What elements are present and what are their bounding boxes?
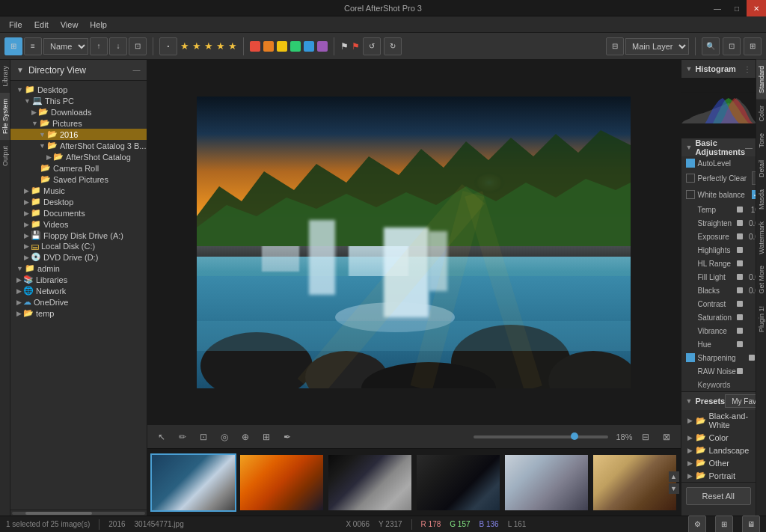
redeye-tool-btn[interactable]: ⊕ — [237, 429, 254, 445]
brush-tool-btn[interactable]: ✒ — [279, 429, 295, 445]
sb-computer-btn[interactable]: 🖥 — [742, 516, 760, 533]
flag-icon[interactable]: ⚑ — [340, 41, 349, 52]
star3[interactable]: ★ — [204, 40, 213, 52]
preset-item-portrait[interactable]: ▶ 📂 Portrait — [681, 469, 756, 482]
list-view-btn[interactable]: ≡ — [24, 37, 42, 55]
filesystem-tab[interactable]: File System — [0, 93, 10, 140]
sort-desc-btn[interactable]: ↓ — [109, 37, 127, 55]
grid-view-btn[interactable]: ⊞ — [4, 37, 22, 55]
tree-item-libraries[interactable]: ▶ 📚 Libraries — [10, 274, 147, 285]
tree-item-aftershot3[interactable]: ▼ 📂 AfterShot Catalog 3 B... — [10, 140, 147, 151]
layers-btn[interactable]: ⊟ — [606, 37, 624, 55]
histogram-header[interactable]: ▼ Histogram ⋮ — [681, 60, 756, 78]
rotate-left-btn[interactable]: ↺ — [363, 37, 381, 55]
filmstrip-item-1[interactable] — [150, 453, 236, 512]
menu-help[interactable]: Help — [84, 19, 113, 31]
adj-menu-icon[interactable]: — — [745, 144, 753, 152]
tree-item-aftershot[interactable]: ▶ 📂 AfterShot Catalog — [10, 151, 147, 162]
output-tab[interactable]: Output — [0, 140, 10, 172]
masda-tab[interactable]: Masda — [756, 183, 766, 215]
tone-tab[interactable]: Tone — [756, 127, 766, 154]
filmstrip-item-6[interactable] — [592, 453, 678, 512]
zoom-fill-btn[interactable]: ⊠ — [658, 429, 675, 445]
autolevel-checkbox[interactable] — [686, 159, 695, 168]
tree-item-network[interactable]: ▶ 🌐 Network — [10, 285, 147, 296]
menu-file[interactable]: File — [3, 19, 28, 31]
preset-item-bw[interactable]: ▶ 📂 Black-and-White — [681, 410, 756, 431]
crop-tool-btn[interactable]: ✏ — [174, 429, 191, 445]
pc-checkbox[interactable] — [686, 174, 695, 183]
preview-area[interactable] — [147, 60, 681, 424]
tree-item-thispc[interactable]: ▼ 💻 This PC — [10, 95, 147, 106]
color-green[interactable] — [290, 41, 301, 52]
tree-item-downloads[interactable]: ▶ 📂 Downloads — [10, 106, 147, 117]
histogram-menu-icon[interactable]: ⋮ — [744, 65, 751, 73]
menu-view[interactable]: View — [55, 19, 85, 31]
thumb-size-small[interactable]: ⊡ — [723, 37, 741, 55]
filmstrip-item-5[interactable] — [503, 453, 589, 512]
star2[interactable]: ★ — [192, 40, 201, 52]
tree-item-documents[interactable]: ▶ 📁 Documents — [10, 207, 147, 218]
star4[interactable]: ★ — [216, 40, 225, 52]
star1[interactable]: ★ — [180, 40, 189, 52]
tree-item-desktop[interactable]: ▼ 📁 Desktop — [10, 84, 147, 95]
color-orange[interactable] — [263, 41, 274, 52]
tree-item-desktop2[interactable]: ▶ 📁 Desktop — [10, 196, 147, 207]
spot-tool-btn[interactable]: ◎ — [216, 429, 233, 445]
sort-select[interactable]: Name — [43, 38, 88, 55]
preset-item-landscape[interactable]: ▶ 📂 Landscape — [681, 444, 756, 456]
color-purple[interactable] — [317, 41, 328, 52]
color-yellow[interactable] — [277, 41, 287, 52]
layer-select[interactable]: Main Layer — [625, 38, 689, 55]
filmstrip-up-btn[interactable]: ▲ — [669, 471, 679, 482]
color-blue[interactable] — [304, 41, 314, 52]
adjustments-header[interactable]: ▼ Basic Adjustments — — [681, 138, 756, 156]
maximize-button[interactable]: □ — [727, 0, 747, 16]
tree-item-cameraroll[interactable]: 📂 Camera Roll — [10, 162, 147, 174]
tree-item-2016[interactable]: ▼ 📂 2016 — [10, 129, 147, 140]
color-tab[interactable]: Color — [756, 100, 766, 128]
tree-item-floppy[interactable]: ▶ 💾 Floppy Disk Drive (A:) — [10, 230, 147, 241]
watermark-tab[interactable]: Watermark — [756, 215, 766, 260]
export-btn[interactable]: ⊡ — [129, 37, 147, 55]
rotate-right-btn[interactable]: ↻ — [384, 37, 402, 55]
wb-checkbox[interactable] — [686, 190, 695, 199]
thumb-size-large[interactable]: ⊞ — [744, 37, 762, 55]
zoom-fit-btn[interactable]: ⊟ — [637, 429, 654, 445]
sb-settings-btn[interactable]: ⚙ — [688, 516, 706, 533]
plugin1-tab[interactable]: Plugin 1! — [756, 300, 766, 338]
close-button[interactable]: ✕ — [747, 0, 766, 16]
tree-item-onedrive[interactable]: ▶ ☁ OneDrive — [10, 296, 147, 308]
tree-item-dvd[interactable]: ▶ 💿 DVD Drive (D:) — [10, 251, 147, 263]
detail-tab[interactable]: Detail — [756, 154, 766, 183]
dir-pin-icon[interactable]: — — [133, 66, 141, 74]
standard-tab[interactable]: Standard — [756, 60, 766, 100]
preset-item-other[interactable]: ▶ 📂 Other — [681, 456, 756, 469]
zoom-slider[interactable] — [474, 435, 608, 438]
color-red[interactable] — [250, 41, 260, 52]
presets-filter-select[interactable]: My Favorites — [725, 394, 756, 408]
sb-view-btn[interactable]: ⊞ — [715, 516, 733, 533]
filmstrip-down-btn[interactable]: ▼ — [669, 483, 679, 494]
tree-item-videos[interactable]: ▶ 📁 Videos — [10, 218, 147, 230]
filmstrip-item-3[interactable] — [327, 453, 413, 512]
preset-item-color[interactable]: ▶ 📂 Color — [681, 431, 756, 444]
search-btn[interactable]: 🔍 — [702, 37, 720, 55]
flag-reject-icon[interactable]: ⚑ — [352, 41, 360, 52]
tree-item-localc[interactable]: ▶ 🖴 Local Disk (C:) — [10, 241, 147, 251]
library-tab[interactable]: Library — [0, 60, 10, 93]
minimize-button[interactable]: — — [708, 0, 727, 16]
filmstrip-item-2[interactable] — [239, 453, 325, 512]
getmore-tab[interactable]: Get More — [756, 260, 766, 300]
dir-hscrollbar[interactable] — [10, 510, 147, 516]
filmstrip-item-4[interactable] — [415, 453, 501, 512]
dir-collapse-icon[interactable]: ▼ — [16, 66, 24, 74]
cursor-tool-btn[interactable]: ↖ — [153, 429, 170, 445]
presets-header[interactable]: ▼ Presets My Favorites + ⋮ — [681, 392, 756, 410]
tree-item-savedpictures[interactable]: 📂 Saved Pictures — [10, 174, 147, 185]
tree-item-music[interactable]: ▶ 📁 Music — [10, 185, 147, 196]
tree-item-temp[interactable]: ▶ 📂 temp — [10, 308, 147, 319]
star-filter-none[interactable]: • — [159, 37, 177, 55]
star5[interactable]: ★ — [228, 40, 237, 52]
sharpening-checkbox[interactable] — [686, 353, 695, 362]
